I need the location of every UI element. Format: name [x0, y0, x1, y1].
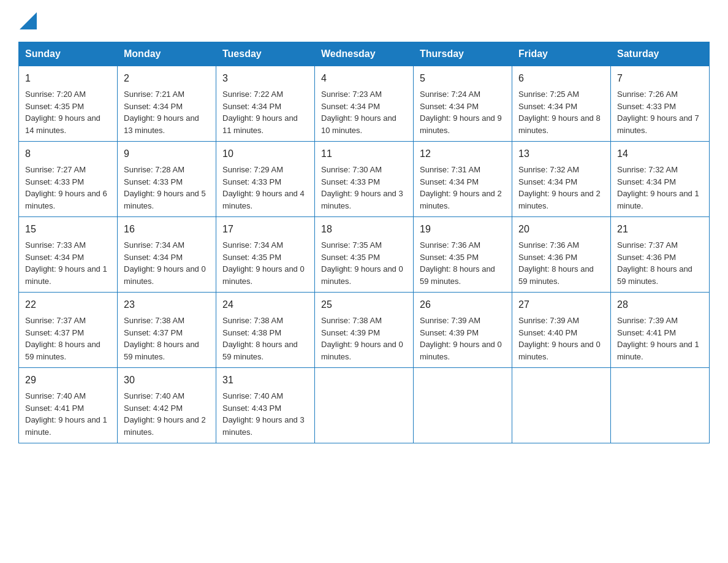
calendar-cell: 11Sunrise: 7:30 AMSunset: 4:33 PMDayligh…: [315, 142, 414, 217]
calendar-cell: [315, 368, 414, 443]
calendar-week-2: 8Sunrise: 7:27 AMSunset: 4:33 PMDaylight…: [19, 142, 710, 217]
sunrise-label: Sunrise: 7:38 AM: [321, 316, 382, 325]
calendar-cell: 28Sunrise: 7:39 AMSunset: 4:41 PMDayligh…: [611, 293, 710, 368]
sunrise-label: Sunrise: 7:26 AM: [617, 90, 678, 99]
daylight-label: Daylight: 9 hours and 1 minute.: [25, 264, 107, 286]
calendar-cell: 6Sunrise: 7:25 AMSunset: 4:34 PMDaylight…: [512, 66, 611, 142]
day-number: 27: [518, 297, 604, 312]
day-number: 16: [124, 222, 210, 237]
day-number: 24: [222, 297, 308, 312]
sunrise-label: Sunrise: 7:28 AM: [124, 165, 184, 174]
sunset-label: Sunset: 4:33 PM: [25, 177, 84, 186]
calendar-cell: 8Sunrise: 7:27 AMSunset: 4:33 PMDaylight…: [19, 142, 118, 217]
day-number: 12: [420, 147, 506, 161]
sunset-label: Sunset: 4:39 PM: [420, 328, 479, 337]
daylight-label: Daylight: 9 hours and 1 minute.: [617, 189, 699, 210]
weekday-header-wednesday: Wednesday: [315, 42, 414, 66]
weekday-header-friday: Friday: [512, 42, 611, 66]
daylight-label: Daylight: 9 hours and 3 minutes.: [222, 415, 305, 437]
sunrise-label: Sunrise: 7:31 AM: [420, 165, 480, 174]
daylight-label: Daylight: 9 hours and 5 minutes.: [124, 189, 206, 210]
sunset-label: Sunset: 4:34 PM: [124, 253, 183, 262]
daylight-label: Daylight: 9 hours and 0 minutes.: [518, 340, 601, 361]
daylight-label: Daylight: 9 hours and 1 minute.: [617, 340, 699, 361]
sunrise-label: Sunrise: 7:36 AM: [420, 240, 480, 250]
calendar-cell: [414, 368, 512, 443]
daylight-label: Daylight: 8 hours and 59 minutes.: [222, 340, 298, 361]
daylight-label: Daylight: 9 hours and 0 minutes.: [321, 340, 403, 361]
calendar-cell: 3Sunrise: 7:22 AMSunset: 4:34 PMDaylight…: [216, 66, 315, 142]
sunset-label: Sunset: 4:35 PM: [321, 253, 380, 262]
calendar-cell: 18Sunrise: 7:35 AMSunset: 4:35 PMDayligh…: [315, 217, 414, 293]
weekday-header-tuesday: Tuesday: [216, 42, 315, 66]
day-number: 23: [124, 297, 210, 312]
sunset-label: Sunset: 4:37 PM: [25, 328, 84, 337]
calendar-cell: 12Sunrise: 7:31 AMSunset: 4:34 PMDayligh…: [414, 142, 512, 217]
sunrise-label: Sunrise: 7:32 AM: [617, 165, 678, 174]
day-number: 1: [25, 71, 111, 86]
sunset-label: Sunset: 4:43 PM: [222, 404, 281, 413]
sunrise-label: Sunrise: 7:40 AM: [25, 391, 86, 400]
daylight-label: Daylight: 9 hours and 2 minutes.: [518, 189, 601, 210]
day-number: 17: [222, 222, 308, 237]
calendar-cell: 1Sunrise: 7:20 AMSunset: 4:35 PMDaylight…: [19, 66, 118, 142]
daylight-label: Daylight: 9 hours and 7 minutes.: [617, 113, 699, 135]
sunrise-label: Sunrise: 7:36 AM: [518, 240, 579, 250]
day-number: 30: [124, 373, 210, 388]
page-header: [18, 12, 710, 29]
day-number: 5: [420, 71, 506, 86]
daylight-label: Daylight: 9 hours and 2 minutes.: [124, 415, 206, 437]
calendar-cell: 27Sunrise: 7:39 AMSunset: 4:40 PMDayligh…: [512, 293, 611, 368]
day-number: 11: [321, 147, 407, 161]
sunrise-label: Sunrise: 7:32 AM: [518, 165, 579, 174]
day-number: 21: [617, 222, 703, 237]
daylight-label: Daylight: 9 hours and 13 minutes.: [124, 113, 199, 135]
sunset-label: Sunset: 4:37 PM: [124, 328, 183, 337]
sunset-label: Sunset: 4:35 PM: [222, 253, 281, 262]
day-number: 19: [420, 222, 506, 237]
sunset-label: Sunset: 4:34 PM: [420, 102, 479, 111]
day-number: 8: [25, 147, 111, 161]
daylight-label: Daylight: 9 hours and 14 minutes.: [25, 113, 100, 135]
calendar-cell: 7Sunrise: 7:26 AMSunset: 4:33 PMDaylight…: [611, 66, 710, 142]
day-number: 2: [124, 71, 210, 86]
calendar-cell: 20Sunrise: 7:36 AMSunset: 4:36 PMDayligh…: [512, 217, 611, 293]
calendar-cell: [512, 368, 611, 443]
day-number: 20: [518, 222, 604, 237]
daylight-label: Daylight: 8 hours and 59 minutes.: [617, 264, 692, 286]
weekday-header-row: SundayMondayTuesdayWednesdayThursdayFrid…: [19, 42, 710, 66]
daylight-label: Daylight: 8 hours and 59 minutes.: [25, 340, 100, 361]
calendar-cell: 31Sunrise: 7:40 AMSunset: 4:43 PMDayligh…: [216, 368, 315, 443]
calendar-cell: 22Sunrise: 7:37 AMSunset: 4:37 PMDayligh…: [19, 293, 118, 368]
calendar-cell: 15Sunrise: 7:33 AMSunset: 4:34 PMDayligh…: [19, 217, 118, 293]
sunset-label: Sunset: 4:34 PM: [617, 177, 676, 186]
sunset-label: Sunset: 4:42 PM: [124, 404, 183, 413]
daylight-label: Daylight: 9 hours and 11 minutes.: [222, 113, 298, 135]
calendar-cell: 17Sunrise: 7:34 AMSunset: 4:35 PMDayligh…: [216, 217, 315, 293]
logo: [18, 12, 37, 29]
day-number: 13: [518, 147, 604, 161]
day-number: 6: [518, 71, 604, 86]
calendar-cell: 23Sunrise: 7:38 AMSunset: 4:37 PMDayligh…: [118, 293, 216, 368]
day-number: 3: [222, 71, 308, 86]
weekday-header-thursday: Thursday: [414, 42, 512, 66]
weekday-header-sunday: Sunday: [19, 42, 118, 66]
day-number: 7: [617, 71, 703, 86]
calendar-cell: 19Sunrise: 7:36 AMSunset: 4:35 PMDayligh…: [414, 217, 512, 293]
sunset-label: Sunset: 4:33 PM: [222, 177, 281, 186]
day-number: 9: [124, 147, 210, 161]
day-number: 10: [222, 147, 308, 161]
daylight-label: Daylight: 9 hours and 0 minutes.: [420, 340, 502, 361]
calendar-cell: 14Sunrise: 7:32 AMSunset: 4:34 PMDayligh…: [611, 142, 710, 217]
daylight-label: Daylight: 9 hours and 1 minute.: [25, 415, 107, 437]
sunrise-label: Sunrise: 7:34 AM: [222, 240, 283, 250]
calendar-cell: 30Sunrise: 7:40 AMSunset: 4:42 PMDayligh…: [118, 368, 216, 443]
daylight-label: Daylight: 9 hours and 0 minutes.: [321, 264, 403, 286]
calendar-week-5: 29Sunrise: 7:40 AMSunset: 4:41 PMDayligh…: [19, 368, 710, 443]
day-number: 14: [617, 147, 703, 161]
daylight-label: Daylight: 9 hours and 9 minutes.: [420, 113, 502, 135]
daylight-label: Daylight: 9 hours and 6 minutes.: [25, 189, 107, 210]
daylight-label: Daylight: 9 hours and 4 minutes.: [222, 189, 305, 210]
weekday-header-saturday: Saturday: [611, 42, 710, 66]
daylight-label: Daylight: 8 hours and 59 minutes.: [420, 264, 495, 286]
